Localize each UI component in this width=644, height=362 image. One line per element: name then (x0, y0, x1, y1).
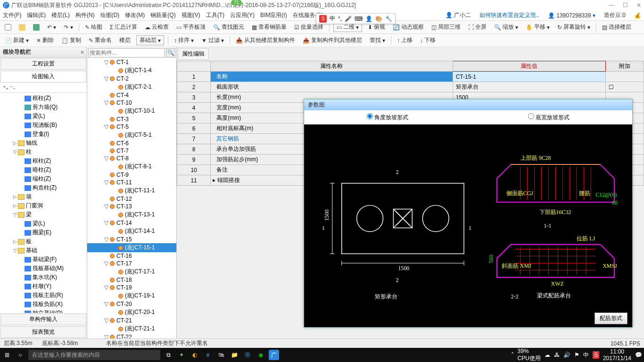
account-number[interactable]: 👤 13907298339 ▾ (548, 12, 595, 19)
select-floor-button[interactable]: ▤ 选择楼层 (600, 22, 633, 32)
component-item[interactable]: ▽CT-22 (87, 333, 176, 338)
component-item[interactable]: ▽CT-10 (87, 99, 176, 107)
component-item[interactable]: CT-9 (87, 171, 176, 179)
open-file-button[interactable] (17, 23, 27, 32)
rotate-screen-button[interactable]: ↻ 屏幕旋转 ▾ (555, 22, 592, 32)
find-button[interactable]: 查找 ▾ (368, 35, 387, 45)
nav-item[interactable]: ▷墙 (0, 192, 87, 201)
glodon-icon[interactable]: 广 (269, 350, 279, 360)
component-item[interactable]: (底)CT-10-1 (87, 107, 176, 115)
nav-item[interactable]: ▷轴线 (0, 139, 87, 148)
ime-user-icon[interactable]: 👤 (365, 16, 372, 22)
tray-cloud-icon[interactable]: ☁ (545, 352, 550, 358)
zoom-button[interactable]: 🔍 缩放 ▾ (492, 22, 520, 32)
nav-item[interactable]: ▽梁 (0, 210, 87, 219)
tray-expand-icon[interactable]: ˄ (511, 352, 514, 358)
sum-calc-button[interactable]: Σ 汇总计算 (108, 22, 139, 32)
floor-dropdown[interactable]: 基础层 ▾ (136, 35, 164, 45)
ime-toolbar[interactable]: S 中 °, 🎤 ⌨ 👤 🎨 🔧 (316, 13, 396, 24)
tray-net-icon[interactable]: 🖧 (554, 352, 560, 358)
component-item[interactable]: (底)CT-21-1 (87, 324, 176, 333)
nav-item[interactable]: 筏板负筋(X) (0, 300, 87, 309)
menu-modify[interactable]: 修改(M) (125, 11, 145, 19)
taskbar-search[interactable]: 在这里输入你要搜索的内容 (28, 350, 160, 360)
ime-mic-icon[interactable]: 🎤 (345, 16, 352, 22)
copy-to-floor-button[interactable]: 📤 复制构件到其他楼层 (301, 35, 364, 45)
tray-sogou-icon[interactable]: S (593, 351, 599, 359)
nav-item[interactable]: 壁龛(I) (0, 130, 87, 139)
tray-notif-icon[interactable]: 💬 (635, 352, 642, 358)
component-item[interactable]: (底)CT-11-1 (87, 186, 176, 195)
nav-tab-draw[interactable]: 绘图输入 (0, 71, 86, 82)
menu-floor[interactable]: 楼层(L) (51, 11, 70, 19)
nav-item[interactable]: 圈梁(E) (0, 228, 87, 237)
component-item[interactable]: ▽CT-14 (87, 219, 176, 227)
component-item[interactable]: ▽CT-13 (87, 203, 176, 210)
nav-tab-report[interactable]: 报表预览 (0, 326, 86, 338)
nav-item[interactable]: ▷板 (0, 237, 87, 246)
tray-vol-icon[interactable]: 🔊 (563, 352, 570, 358)
component-item[interactable]: (底)CT-5-1 (87, 131, 176, 140)
local-3d-button[interactable]: ◫ 局部三维 (429, 22, 462, 32)
menu-view[interactable]: 视图(V) (182, 11, 200, 19)
dynamic-view-button[interactable]: 🔄 动态观察 (391, 22, 426, 32)
taskbar[interactable]: ⊞ ○ 在这里输入你要搜索的内容 ⧉ ✦ ◐ e 🛍 📁 ⓔ ◉ 广 ˄ 39%… (0, 348, 644, 362)
component-item[interactable]: ▽CT-19 (87, 284, 176, 291)
nav-item[interactable]: 独立基础(P) (0, 309, 87, 313)
pan-button[interactable]: ✋ 平移 ▾ (524, 22, 552, 32)
app1-icon[interactable]: ✦ (176, 350, 187, 360)
component-item[interactable]: (底)CT-13-1 (87, 210, 176, 219)
store-icon[interactable]: 🛍 (216, 350, 226, 360)
menu-edit[interactable]: 编辑(E) (27, 11, 46, 19)
delete-button[interactable]: ✕ 删除 (34, 35, 56, 45)
save-button[interactable] (31, 23, 41, 32)
component-item[interactable]: ▽CT-15 (87, 236, 176, 243)
menu-bim[interactable]: BIM应用(I) (260, 11, 287, 19)
component-item[interactable]: (底)CT-15-1 (87, 243, 176, 252)
nav-item[interactable]: 集水坑(K) (0, 273, 87, 282)
app3-icon[interactable]: ◉ (256, 350, 266, 360)
nav-item[interactable]: 暗柱(Z) (0, 165, 87, 174)
copy-from-floor-button[interactable]: 📥 从其他楼层复制构件 (234, 35, 297, 45)
nav-item[interactable]: 端柱(Z) (0, 174, 87, 183)
app2-icon[interactable]: ◐ (190, 350, 200, 360)
component-item[interactable]: CT-7 (87, 147, 176, 155)
sort-button[interactable]: ↕ 排序 ▾ (172, 35, 196, 45)
maximize-button[interactable]: ☐ (623, 2, 628, 8)
draw-button[interactable]: ✎ 绘图 (83, 22, 104, 32)
component-item[interactable]: ▽CT-20 (87, 300, 176, 308)
view-rebar-button[interactable]: ▦ 查看钢筋量 (250, 22, 289, 32)
component-item[interactable]: CT-18 (87, 276, 176, 284)
edge-icon[interactable]: e (203, 350, 213, 360)
search-input[interactable] (88, 48, 165, 58)
nav-item[interactable]: 梁(L) (0, 112, 87, 121)
component-item[interactable]: (底)CT-19-1 (87, 291, 176, 300)
nav-item[interactable]: 筏板基础(M) (0, 264, 87, 273)
nav-tab-single[interactable]: 单构件输入 (0, 313, 86, 325)
ime-keyboard-icon[interactable]: ⌨ (355, 16, 363, 22)
ime-tool-icon[interactable]: 🔧 (385, 16, 392, 22)
component-item[interactable]: ▽CT-11 (87, 179, 176, 186)
menu-rebar[interactable]: 钢筋量(Q) (150, 11, 175, 19)
rename-button[interactable]: ✎ 重命名 (87, 35, 114, 45)
nav-item[interactable]: 基础梁(F) (0, 255, 87, 264)
fullscreen-button[interactable]: ⛶ 全屏 (466, 22, 488, 32)
nav-item[interactable]: 柱墩(Y) (0, 282, 87, 291)
new-component-button[interactable]: 📄 新建 ▾ (3, 35, 31, 45)
menu-tools[interactable]: 工具(T) (206, 11, 224, 19)
tray-ime-icon[interactable]: 中 (583, 351, 589, 359)
move-up-button[interactable]: ↑ 上移 (395, 35, 414, 45)
ime-punct-icon[interactable]: °, (338, 16, 342, 22)
property-tab[interactable]: 属性编辑 (178, 48, 209, 60)
nav-mini-toolbar[interactable]: ⁺₊ ⁻₋ (0, 83, 87, 93)
nav-item[interactable]: 剪力墙(Q) (0, 103, 87, 112)
nav-tab-project[interactable]: 工程设置 (0, 58, 86, 70)
nav-tree[interactable]: 框柱(Z)剪力墙(Q)梁(L)现浇板(B)壁龛(I)▷轴线▽柱框柱(Z)暗柱(Z… (0, 93, 87, 313)
move-down-button[interactable]: ↓ 下移 (418, 35, 438, 45)
component-item[interactable]: (底)CT-8-1 (87, 162, 176, 171)
nav-item[interactable]: 框柱(Z) (0, 94, 87, 103)
component-item[interactable]: CT-4 (87, 91, 176, 99)
component-item[interactable]: ▽CT-1 (87, 58, 176, 66)
component-item[interactable]: CT-3 (87, 115, 176, 123)
opt-width[interactable]: 底宽放坡形式 (528, 113, 570, 122)
